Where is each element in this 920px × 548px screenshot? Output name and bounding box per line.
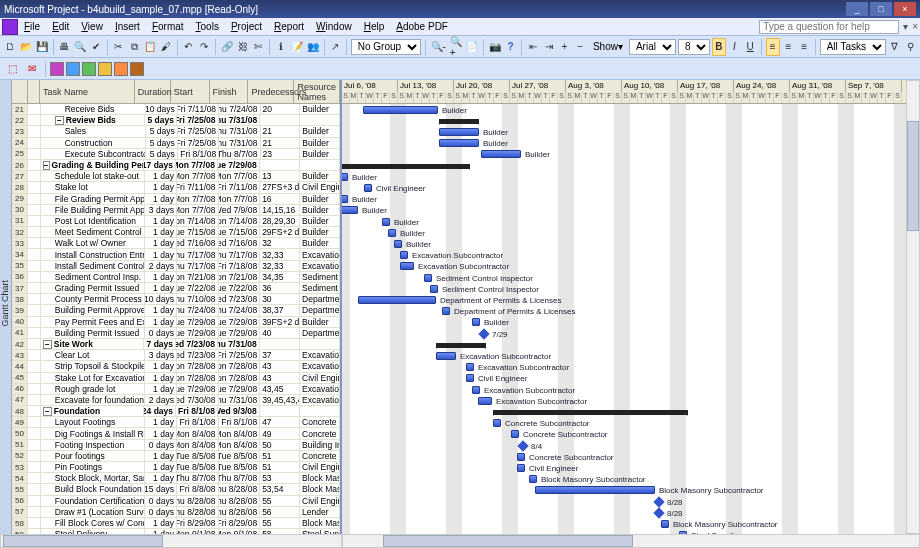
cut-icon[interactable]: ✂ xyxy=(112,38,126,56)
cell-finish[interactable]: Thu 8/7/08 xyxy=(219,473,261,483)
cell-res[interactable]: Sediment Co xyxy=(300,272,340,282)
cell-finish[interactable]: Fri 8/29/08 xyxy=(219,518,261,528)
cell-duration[interactable]: 0 days xyxy=(145,440,176,450)
table-row[interactable]: 35Install Sediment Controls2 daysThu 7/1… xyxy=(12,261,340,272)
gantt-task-bar[interactable] xyxy=(466,374,474,382)
cell-duration[interactable]: 1 day xyxy=(145,451,176,461)
cell-finish[interactable]: Thu 7/31/08 xyxy=(219,395,261,405)
new-icon[interactable]: 🗋 xyxy=(3,38,17,56)
cell-duration[interactable]: 5 days xyxy=(145,115,176,125)
swatch-orange[interactable] xyxy=(114,62,128,76)
cell-start[interactable]: Fri 8/1/08 xyxy=(176,406,218,416)
table-row[interactable]: 23Sales5 daysFri 7/25/08Thu 7/31/0821Bui… xyxy=(12,126,340,137)
copy-icon[interactable]: ⧉ xyxy=(127,38,141,56)
cell-duration[interactable]: 0 days xyxy=(145,507,176,517)
cell-finish[interactable]: Fri 8/1/08 xyxy=(219,417,261,427)
zoom-out-icon[interactable]: 🔍- xyxy=(430,38,447,56)
cell-pred[interactable]: 40 xyxy=(260,328,300,338)
cell-start[interactable]: Mon 8/4/08 xyxy=(177,440,219,450)
gantt-body[interactable]: BuilderBuilderBuilderBuilderBuilderCivil… xyxy=(342,104,920,534)
cell-name[interactable]: Footing Inspection xyxy=(41,440,146,450)
cell-finish[interactable]: Tue 8/5/08 xyxy=(219,451,261,461)
table-row[interactable]: 28Stake lot1 dayFri 7/11/08Fri 7/11/0827… xyxy=(12,182,340,193)
col-id[interactable] xyxy=(12,80,28,103)
cell-res[interactable]: Builder xyxy=(300,317,340,327)
cell-duration[interactable]: 10 days xyxy=(145,294,176,304)
table-row[interactable]: 57Draw #1 (Location Survey)0 daysThu 8/2… xyxy=(12,507,340,518)
table-row[interactable]: 56Foundation Certification0 daysThu 8/28… xyxy=(12,496,340,507)
cell-name[interactable]: Foundation Certification xyxy=(41,496,146,506)
cell-pred[interactable]: 49 xyxy=(260,428,300,438)
cell-pred[interactable]: 32,33 xyxy=(260,261,300,271)
cell-res[interactable] xyxy=(300,115,340,125)
cell-start[interactable]: Fri 8/1/08 xyxy=(178,149,219,159)
align-left-icon[interactable]: ≡ xyxy=(766,38,780,56)
col-indicators[interactable] xyxy=(28,80,40,103)
gantt-task-bar[interactable] xyxy=(342,195,348,203)
save-icon[interactable]: 💾 xyxy=(35,38,49,56)
table-row[interactable]: 45Stake Lot for Excavation1 dayMon 7/28/… xyxy=(12,373,340,384)
cell-duration[interactable]: 10 days xyxy=(146,104,177,114)
cell-res[interactable]: Builder xyxy=(300,104,340,114)
cell-name[interactable]: −Grading & Building Permits xyxy=(41,160,145,170)
cell-pred[interactable]: 34,35 xyxy=(260,272,300,282)
cell-finish[interactable]: Tue 7/29/08 xyxy=(219,384,261,394)
cell-name[interactable]: Execute Subcontractor Agreeme xyxy=(41,149,147,159)
cell-name[interactable]: File Building Permit Application xyxy=(41,205,146,215)
cell-pred[interactable]: 32,33 xyxy=(260,249,300,259)
gantt-task-bar[interactable] xyxy=(400,262,414,270)
cell-finish[interactable]: Thu 8/28/08 xyxy=(219,507,261,517)
cell-start[interactable]: Thu 7/10/08 xyxy=(177,294,219,304)
table-row[interactable]: 52Pour footings1 dayTue 8/5/08Tue 8/5/08… xyxy=(12,451,340,462)
cell-name[interactable]: Meet Sediment Control Inspector xyxy=(41,227,146,237)
cell-pred[interactable]: 32 xyxy=(260,238,300,248)
cell-start[interactable]: Wed 7/23/08 xyxy=(177,350,219,360)
cell-pred[interactable]: 14,15,16 xyxy=(260,205,300,215)
cell-start[interactable]: Mon 7/7/08 xyxy=(177,194,219,204)
publish-icon[interactable]: ↗ xyxy=(328,38,342,56)
show-subtasks-icon[interactable]: + xyxy=(557,38,571,56)
table-row[interactable]: 46Rough grade lot1 dayTue 7/29/08Tue 7/2… xyxy=(12,384,340,395)
cell-pred[interactable]: 51 xyxy=(260,451,300,461)
cell-pred[interactable]: 55 xyxy=(260,518,300,528)
cell-res[interactable] xyxy=(300,160,340,170)
cell-res[interactable]: Builder xyxy=(300,205,340,215)
cell-pred[interactable]: 38,37 xyxy=(260,305,300,315)
cell-finish[interactable]: Thu 7/31/08 xyxy=(219,138,260,148)
gantt-milestone[interactable] xyxy=(517,440,528,451)
cell-res[interactable]: Excavation S xyxy=(300,249,340,259)
zoom-in-icon[interactable]: 🔍+ xyxy=(449,38,463,56)
table-row[interactable]: 21Receive Bids10 daysFri 7/11/08Thu 7/24… xyxy=(12,104,340,115)
cell-start[interactable]: Mon 7/21/08 xyxy=(177,272,219,282)
cell-duration[interactable]: 1 day xyxy=(145,272,176,282)
cell-duration[interactable]: 0 days xyxy=(145,496,176,506)
cell-res[interactable]: Builder xyxy=(300,227,340,237)
cell-name[interactable]: Clear Lot xyxy=(41,350,146,360)
gantt-task-bar[interactable] xyxy=(493,419,501,427)
hide-subtasks-icon[interactable]: − xyxy=(573,38,587,56)
outline-toggle-icon[interactable]: − xyxy=(55,116,64,125)
table-row[interactable]: 51Footing Inspection0 daysMon 8/4/08Mon … xyxy=(12,440,340,451)
table-row[interactable]: 53Pin Footings1 dayTue 8/5/08Tue 8/5/085… xyxy=(12,462,340,473)
cell-start[interactable]: Wed 7/30/08 xyxy=(177,395,219,405)
cell-pred[interactable]: 21 xyxy=(261,126,301,136)
gantt-task-bar[interactable] xyxy=(400,251,408,259)
cell-start[interactable]: Mon 7/28/08 xyxy=(177,373,219,383)
cell-start[interactable]: Tue 8/5/08 xyxy=(177,451,219,461)
assign-resources-icon[interactable]: 👥 xyxy=(306,38,320,56)
cell-start[interactable]: Tue 7/29/08 xyxy=(177,328,219,338)
cell-name[interactable]: Pin Footings xyxy=(41,462,146,472)
menu-project[interactable]: Project xyxy=(225,19,268,34)
cell-pred[interactable]: 43,45 xyxy=(260,384,300,394)
cell-finish[interactable]: Wed 7/9/08 xyxy=(219,205,261,215)
cell-start[interactable]: Mon 8/4/08 xyxy=(177,428,219,438)
cell-finish[interactable]: Mon 7/28/08 xyxy=(219,373,261,383)
cell-name[interactable]: −Foundation xyxy=(41,406,145,416)
view-bar[interactable]: Gantt Chart xyxy=(0,80,12,534)
cell-duration[interactable]: 1 day xyxy=(145,518,176,528)
close-button[interactable]: × xyxy=(894,2,916,16)
menu-file[interactable]: File xyxy=(18,19,46,34)
gantt-task-bar[interactable] xyxy=(436,352,456,360)
cell-duration[interactable]: 1 day xyxy=(145,417,176,427)
cell-res[interactable]: Department o xyxy=(300,294,340,304)
